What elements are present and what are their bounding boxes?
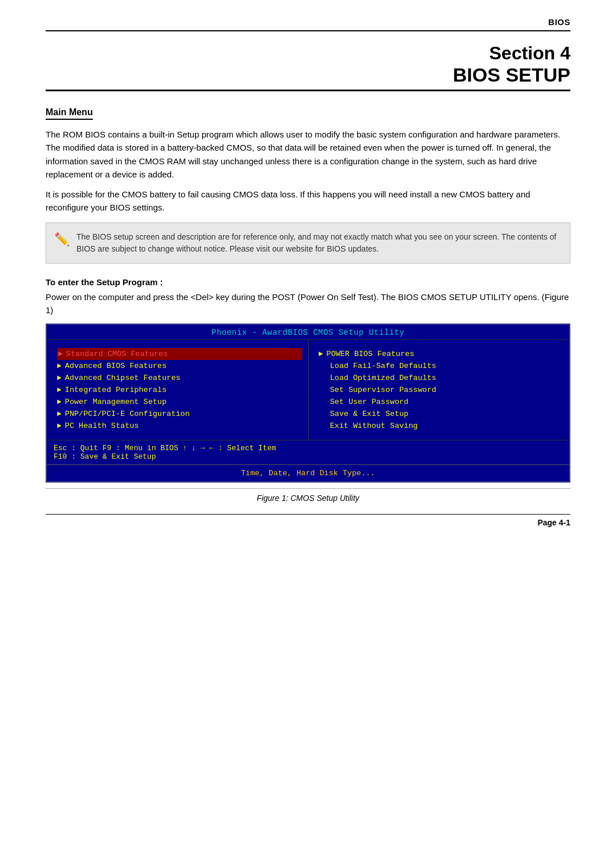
bios-footer-line1: Esc : Quit F9 : Menu in BIOS ↑ ↓ → ← : S…: [54, 444, 562, 452]
top-header: BIOS: [46, 17, 570, 31]
bios-footer: Esc : Quit F9 : Menu in BIOS ↑ ↓ → ← : S…: [47, 440, 569, 464]
arrow-icon-3: ►: [57, 374, 62, 382]
arrow-icon-4: ►: [57, 386, 62, 394]
setup-heading: To enter the Setup Program :: [46, 277, 570, 287]
bios-item-label: PNP/PCI/PCI-E Configuration: [65, 410, 190, 418]
bios-item-pnp-pci[interactable]: ► PNP/PCI/PCI-E Configuration: [57, 408, 302, 420]
bios-item-label: Advanced Chipset Features: [65, 374, 181, 382]
section-heading: Section 4 BIOS SETUP: [46, 43, 570, 91]
note-text: The BIOS setup screen and description ar…: [76, 231, 560, 255]
bios-item-label: PC Health Status: [65, 422, 139, 430]
figure-caption: Figure 1: CMOS Setup Utility: [46, 488, 570, 503]
bios-item-power-management[interactable]: ► Power Management Setup: [57, 396, 302, 408]
bios-item-label: Load Fail-Safe Defaults: [330, 362, 436, 370]
bios-title-bar: Phoenix - AwardBIOS CMOS Setup Utility: [47, 325, 569, 340]
bios-right-column: ► POWER BIOS Features Load Fail-Safe Def…: [309, 340, 570, 440]
bios-item-label: Exit Without Saving: [330, 422, 418, 430]
note-box: ✏️ The BIOS setup screen and description…: [46, 222, 570, 264]
arrow-icon-r1: ►: [319, 350, 323, 358]
bios-item-exit-without-saving[interactable]: Exit Without Saving: [319, 420, 564, 432]
bios-item-advanced-bios[interactable]: ► Advanced BIOS Features: [57, 360, 302, 372]
arrow-icon-1: ►: [58, 350, 63, 358]
bios-item-label: Integrated Peripherals: [65, 386, 167, 394]
bios-status-bar: Time, Date, Hard Disk Type...: [47, 464, 569, 481]
main-menu-heading: Main Menu: [46, 107, 93, 120]
bios-item-label: POWER BIOS Features: [326, 350, 414, 358]
bios-item-label: Load Optimized Defaults: [330, 374, 436, 382]
bios-content: ► Standard CMOS Features ► Advanced BIOS…: [47, 340, 569, 440]
page-number: Page 4-1: [46, 514, 570, 527]
bios-item-pc-health[interactable]: ► PC Health Status: [57, 420, 302, 432]
bios-left-column: ► Standard CMOS Features ► Advanced BIOS…: [47, 340, 309, 440]
bios-item-power-bios[interactable]: ► POWER BIOS Features: [319, 348, 564, 360]
setup-body: Power on the computer and press the <Del…: [46, 290, 570, 317]
arrow-icon-2: ►: [57, 362, 62, 370]
page-wrapper: BIOS Section 4 BIOS SETUP Main Menu The …: [0, 0, 616, 862]
header-label: BIOS: [548, 17, 570, 27]
bios-item-label: Standard CMOS Features: [66, 350, 168, 358]
bios-item-label: Advanced BIOS Features: [65, 362, 167, 370]
bios-item-advanced-chipset[interactable]: ► Advanced Chipset Features: [57, 372, 302, 384]
body-paragraph-1: The ROM BIOS contains a built-in Setup p…: [46, 128, 570, 181]
bios-item-label: Save & Exit Setup: [330, 410, 409, 418]
bios-item-load-failsafe[interactable]: Load Fail-Safe Defaults: [319, 360, 564, 372]
bios-item-load-optimized[interactable]: Load Optimized Defaults: [319, 372, 564, 384]
arrow-icon-5: ►: [57, 398, 62, 406]
pencil-icon: ✏️: [54, 232, 70, 247]
body-paragraph-2: It is possible for the CMOS battery to f…: [46, 188, 570, 215]
section-number: Section 4: [46, 43, 570, 64]
bios-item-save-exit[interactable]: Save & Exit Setup: [319, 408, 564, 420]
bios-utility-box: Phoenix - AwardBIOS CMOS Setup Utility ►…: [46, 323, 570, 483]
section-title: BIOS SETUP: [46, 64, 570, 91]
arrow-icon-7: ►: [57, 422, 62, 430]
bios-footer-line2: F10 : Save & Exit Setup: [54, 452, 562, 461]
bios-item-set-supervisor[interactable]: Set Supervisor Password: [319, 384, 564, 396]
bios-item-set-user[interactable]: Set User Password: [319, 396, 564, 408]
bios-item-label: Power Management Setup: [65, 398, 167, 406]
arrow-icon-6: ►: [57, 410, 62, 418]
bios-item-label: Set User Password: [330, 398, 409, 406]
bios-item-standard-cmos[interactable]: ► Standard CMOS Features: [57, 348, 302, 360]
bios-item-integrated-peripherals[interactable]: ► Integrated Peripherals: [57, 384, 302, 396]
bios-item-label: Set Supervisor Password: [330, 386, 436, 394]
